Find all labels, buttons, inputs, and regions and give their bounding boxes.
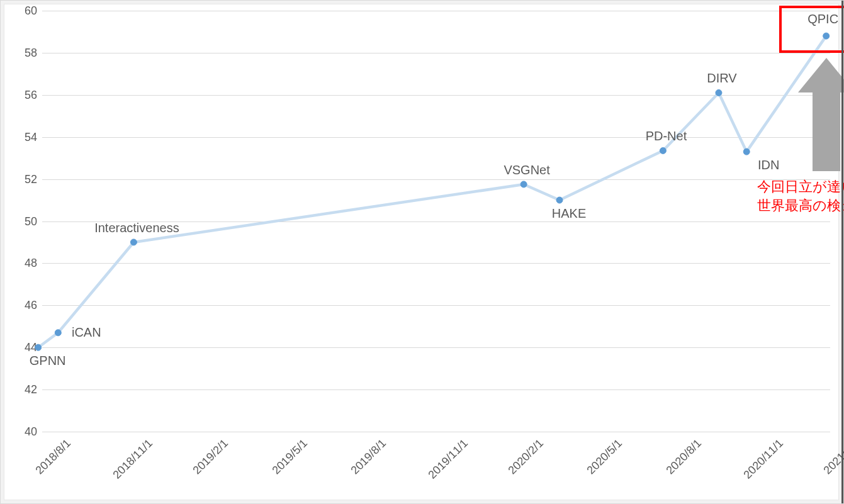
chart-frame: 40424446485052545658602018/8/12018/11/12…: [0, 0, 844, 504]
y-tick-label: 54: [25, 130, 37, 143]
y-tick-label: 42: [25, 383, 37, 396]
data-point: [130, 239, 137, 245]
x-tick-label: 2018/8/1: [33, 437, 73, 477]
y-tick-label: 56: [25, 88, 37, 101]
callout-text: 今回日立が達成した世界最高の検出精度: [757, 177, 844, 215]
data-point: [35, 344, 42, 350]
y-tick-label: 60: [25, 4, 37, 18]
x-tick-label: 2019/11/1: [425, 437, 470, 481]
x-tick-label: 2019/2/1: [191, 437, 231, 477]
data-point: [520, 181, 527, 188]
up-arrow-icon: [798, 58, 844, 174]
frame-edge: [841, 1, 843, 503]
data-point-label: GPNN: [30, 354, 66, 368]
x-tick-label: 2020/8/1: [663, 437, 704, 477]
data-point: [55, 330, 61, 336]
x-tick-label: 2018/11/1: [111, 437, 155, 481]
plot-area: 40424446485052545658602018/8/12018/11/12…: [42, 11, 830, 432]
data-point: [660, 147, 666, 154]
x-tick-label: 2020/2/1: [506, 437, 546, 477]
svg-marker-0: [798, 58, 844, 171]
gridline: [42, 432, 830, 432]
data-point-label: IDN: [758, 158, 779, 172]
highlight-box: [779, 6, 844, 53]
y-tick-label: 50: [25, 215, 37, 228]
chart-plot-background: 40424446485052545658602018/8/12018/11/12…: [4, 4, 839, 500]
x-tick-label: 2019/5/1: [269, 437, 310, 477]
data-point-label: PD-Net: [646, 129, 687, 143]
y-tick-label: 52: [25, 172, 37, 186]
y-tick-label: 40: [25, 425, 37, 439]
y-tick-label: 58: [25, 46, 37, 59]
data-point-label: HAKE: [552, 206, 586, 221]
x-tick-label: 2021/2/1: [821, 437, 844, 477]
x-tick-label: 2020/11/1: [741, 437, 785, 481]
x-tick-label: 2019/8/1: [348, 437, 388, 477]
data-point-label: VSGNet: [504, 163, 549, 177]
data-point: [743, 148, 750, 155]
y-tick-label: 48: [25, 257, 37, 270]
x-tick-label: 2020/5/1: [585, 437, 625, 477]
data-point-label: Interactiveness: [94, 221, 179, 235]
callout-text-line: 世界最高の検出精度: [757, 196, 844, 215]
data-point: [716, 89, 722, 96]
data-point-label: DIRV: [707, 71, 736, 86]
callout-text-line: 今回日立が達成した: [757, 177, 844, 196]
data-point-label: iCAN: [72, 325, 101, 340]
data-point: [556, 197, 563, 203]
y-tick-label: 46: [25, 299, 37, 312]
